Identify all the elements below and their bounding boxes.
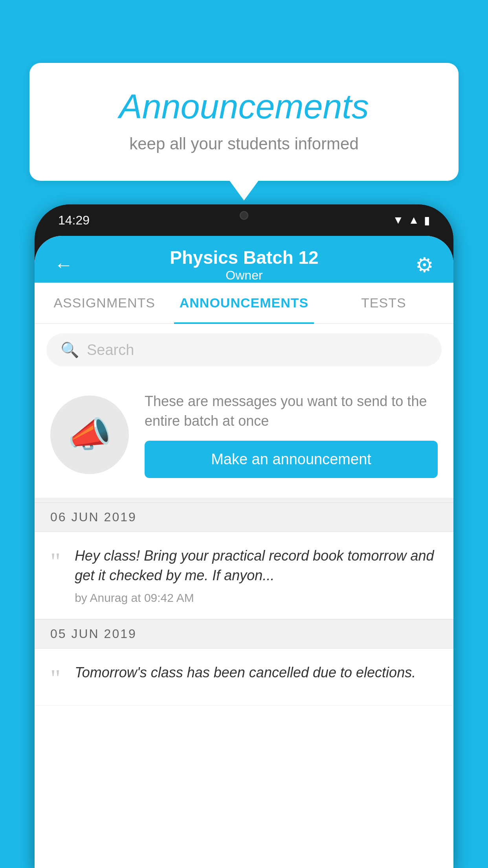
search-input[interactable]: Search — [87, 342, 134, 359]
megaphone-circle: 📣 — [50, 395, 129, 474]
quote-icon-1: " — [50, 549, 61, 574]
notch — [213, 204, 275, 226]
prompt-description: These are messages you want to send to t… — [145, 392, 438, 431]
tab-assignments[interactable]: ASSIGNMENTS — [35, 283, 174, 323]
wifi-icon: ▼ — [393, 214, 404, 226]
phone-frame: 14:29 ▼ ▲ ▮ ← Physics Batch 12 Owner ⚙ A… — [35, 204, 453, 868]
speech-bubble: Announcements keep all your students inf… — [29, 63, 459, 181]
back-button[interactable]: ← — [54, 254, 73, 276]
quote-icon-2: " — [50, 666, 61, 691]
tab-announcements[interactable]: ANNOUNCEMENTS — [174, 283, 314, 323]
tab-tests[interactable]: TESTS — [314, 283, 453, 323]
search-bar[interactable]: 🔍 Search — [46, 333, 442, 366]
announcement-meta-1: by Anurag at 09:42 AM — [75, 591, 438, 605]
announcement-content-1: Hey class! Bring your practical record b… — [75, 546, 438, 605]
announcement-text-1: Hey class! Bring your practical record b… — [75, 546, 438, 586]
prompt-content: These are messages you want to send to t… — [145, 392, 438, 478]
header-subtitle: Owner — [170, 268, 318, 283]
signal-icon: ▲ — [408, 214, 419, 226]
speech-bubble-container: Announcements keep all your students inf… — [29, 63, 459, 181]
status-icons: ▼ ▲ ▮ — [393, 214, 430, 227]
announcement-item-2[interactable]: " Tomorrow's class has been cancelled du… — [35, 649, 453, 706]
search-icon: 🔍 — [61, 341, 79, 359]
announcement-content-2: Tomorrow's class has been cancelled due … — [75, 663, 438, 682]
announcement-item-1[interactable]: " Hey class! Bring your practical record… — [35, 532, 453, 619]
tabs-container: ASSIGNMENTS ANNOUNCEMENTS TESTS — [35, 283, 453, 324]
megaphone-icon: 📣 — [68, 414, 112, 455]
settings-icon[interactable]: ⚙ — [415, 253, 434, 277]
header-title: Physics Batch 12 — [170, 247, 318, 268]
status-time: 14:29 — [58, 213, 90, 228]
battery-icon: ▮ — [424, 214, 430, 227]
date-separator-2: 05 JUN 2019 — [35, 619, 453, 649]
camera-dot — [240, 211, 248, 220]
status-bar: 14:29 ▼ ▲ ▮ — [35, 204, 453, 236]
announcement-text-2: Tomorrow's class has been cancelled due … — [75, 663, 438, 682]
prompt-card: 📣 These are messages you want to send to… — [35, 376, 453, 502]
app-screen: ← Physics Batch 12 Owner ⚙ ASSIGNMENTS A… — [35, 236, 453, 868]
make-announcement-button[interactable]: Make an announcement — [145, 441, 438, 478]
header-center: Physics Batch 12 Owner — [170, 247, 318, 283]
bubble-subtitle: keep all your students informed — [57, 134, 431, 153]
bubble-title: Announcements — [57, 86, 431, 127]
date-separator-1: 06 JUN 2019 — [35, 502, 453, 532]
app-header: ← Physics Batch 12 Owner ⚙ — [35, 236, 453, 283]
search-container: 🔍 Search — [35, 324, 453, 376]
